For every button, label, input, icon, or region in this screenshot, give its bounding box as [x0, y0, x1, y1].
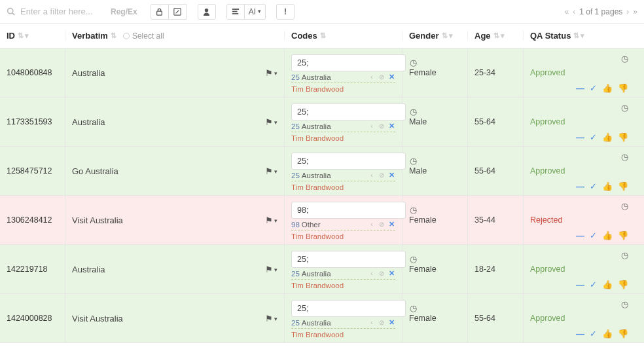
regex-toggle[interactable]: Reg/Ex [108, 7, 140, 16]
code-action-left[interactable]: ‹ [368, 122, 376, 130]
code-input[interactable] [291, 251, 406, 268]
qa-action-reset[interactable]: — [576, 231, 584, 240]
qa-action-like[interactable]: 👍 [602, 181, 613, 191]
history-button[interactable]: ◷ [410, 205, 417, 215]
sort-qa[interactable]: ⇅▾ [573, 31, 584, 40]
user-button[interactable] [198, 4, 216, 20]
code-input[interactable] [291, 54, 406, 71]
code-action-left[interactable]: ‹ [368, 319, 376, 327]
code-action-remove[interactable]: ✕ [387, 270, 395, 278]
code-input[interactable] [291, 153, 406, 170]
qa-action-like[interactable]: 👍 [602, 329, 613, 339]
clock-icon: ◷ [621, 299, 628, 309]
code-line-2: 98Other‹⊘✕ [291, 221, 395, 231]
qa-action-reset[interactable]: — [576, 83, 584, 93]
code-action-remove[interactable]: ✕ [387, 172, 395, 179]
flag-dropdown[interactable]: ⚑▾ [265, 68, 277, 78]
code-input[interactable] [291, 202, 406, 219]
qa-action-reset[interactable]: — [576, 132, 584, 142]
code-action-left[interactable]: ‹ [368, 172, 376, 179]
code-action-clear[interactable]: ⊘ [378, 319, 385, 327]
code-mini-actions: ‹⊘✕ [368, 270, 395, 278]
history-button[interactable]: ◷ [410, 303, 417, 313]
code-action-clear[interactable]: ⊘ [378, 73, 385, 81]
header-id-label: ID [7, 31, 15, 41]
sort-id[interactable]: ⇅▾ [18, 31, 29, 40]
select-all-toggle[interactable]: Select all [123, 31, 164, 41]
qa-action-approve[interactable]: ✓ [590, 132, 597, 142]
edit-button[interactable] [169, 4, 187, 20]
pager-next[interactable]: › [626, 7, 629, 16]
sort-age[interactable]: ⇅▾ [493, 31, 505, 40]
qa-action-approve[interactable]: ✓ [590, 280, 597, 289]
qa-action-reset[interactable]: — [576, 280, 584, 289]
pager-last[interactable]: » [633, 7, 637, 16]
flag-dropdown[interactable]: ⚑▾ [265, 166, 277, 176]
lines-button[interactable] [226, 4, 245, 20]
code-action-clear[interactable]: ⊘ [378, 270, 385, 278]
cell-qa: ◷Approved—✓👍👎 [524, 98, 635, 146]
code-text: Australia [302, 122, 331, 130]
qa-action-dislike[interactable]: 👎 [618, 280, 628, 289]
code-action-remove[interactable]: ✕ [387, 73, 395, 81]
code-action-clear[interactable]: ⊘ [378, 221, 385, 229]
sort-codes[interactable]: ⇅ [320, 31, 326, 40]
qa-action-approve[interactable]: ✓ [590, 83, 597, 93]
code-action-left[interactable]: ‹ [368, 270, 376, 278]
code-action-left[interactable]: ‹ [368, 73, 376, 81]
qa-action-approve[interactable]: ✓ [590, 181, 597, 191]
header-verbatim[interactable]: Verbatim ⇅ Select all [65, 31, 285, 41]
history-button[interactable]: ◷ [410, 254, 417, 264]
flag-dropdown[interactable]: ⚑▾ [265, 117, 277, 127]
qa-action-dislike[interactable]: 👎 [618, 132, 628, 142]
flag-dropdown[interactable]: ⚑▾ [265, 265, 277, 274]
flag-dropdown[interactable]: ⚑▾ [265, 215, 277, 225]
qa-action-like[interactable]: 👍 [602, 231, 613, 240]
qa-action-like[interactable]: 👍 [602, 83, 613, 93]
qa-history-button[interactable]: ◷ [621, 250, 628, 260]
qa-action-like[interactable]: 👍 [602, 132, 613, 142]
qa-action-reset[interactable]: — [576, 329, 584, 339]
lock-button[interactable] [151, 4, 169, 20]
grid-body[interactable]: 1048060848Australia⚑▾◷25Australia‹⊘✕Tim … [0, 48, 644, 351]
sort-verbatim[interactable]: ⇅ [111, 31, 116, 40]
code-action-remove[interactable]: ✕ [387, 221, 395, 229]
sort-gender[interactable]: ⇅▾ [442, 31, 453, 40]
alert-button[interactable]: ! [276, 4, 295, 20]
qa-action-dislike[interactable]: 👎 [618, 329, 628, 339]
filter-input[interactable] [19, 6, 104, 17]
qa-action-reset[interactable]: — [576, 181, 584, 191]
qa-history-button[interactable]: ◷ [621, 103, 628, 113]
code-input[interactable] [291, 300, 406, 317]
header-codes[interactable]: Codes ⇅ [285, 31, 402, 41]
code-input[interactable] [291, 103, 406, 120]
qa-action-dislike[interactable]: 👎 [618, 83, 628, 93]
header-age[interactable]: Age ⇅▾ [468, 31, 524, 41]
toolbar-group-4: ! [276, 4, 295, 20]
pager-first[interactable]: « [565, 7, 569, 16]
code-num: 25 [291, 270, 300, 278]
qa-history-button[interactable]: ◷ [621, 54, 628, 64]
code-action-left[interactable]: ‹ [368, 221, 376, 229]
qa-action-approve[interactable]: ✓ [590, 231, 597, 240]
qa-action-dislike[interactable]: 👎 [618, 231, 628, 240]
pager-prev[interactable]: ‹ [573, 7, 575, 16]
history-button[interactable]: ◷ [410, 58, 417, 67]
qa-action-dislike[interactable]: 👎 [618, 181, 628, 191]
ai-dropdown-button[interactable]: AI▾ [245, 4, 266, 20]
header-gender[interactable]: Gender ⇅▾ [402, 31, 468, 41]
qa-action-approve[interactable]: ✓ [590, 329, 597, 339]
code-action-clear[interactable]: ⊘ [378, 122, 385, 130]
qa-history-button[interactable]: ◷ [621, 299, 628, 309]
qa-history-button[interactable]: ◷ [621, 201, 628, 211]
history-button[interactable]: ◷ [410, 156, 417, 166]
flag-dropdown[interactable]: ⚑▾ [265, 314, 277, 323]
qa-history-button[interactable]: ◷ [621, 152, 628, 162]
header-qa[interactable]: QA Status ⇅▾ [524, 31, 635, 41]
code-action-remove[interactable]: ✕ [387, 319, 395, 327]
code-action-clear[interactable]: ⊘ [378, 172, 385, 179]
header-id[interactable]: ID ⇅▾ [0, 31, 65, 41]
code-action-remove[interactable]: ✕ [387, 122, 395, 130]
history-button[interactable]: ◷ [410, 107, 417, 117]
qa-action-like[interactable]: 👍 [602, 280, 613, 289]
